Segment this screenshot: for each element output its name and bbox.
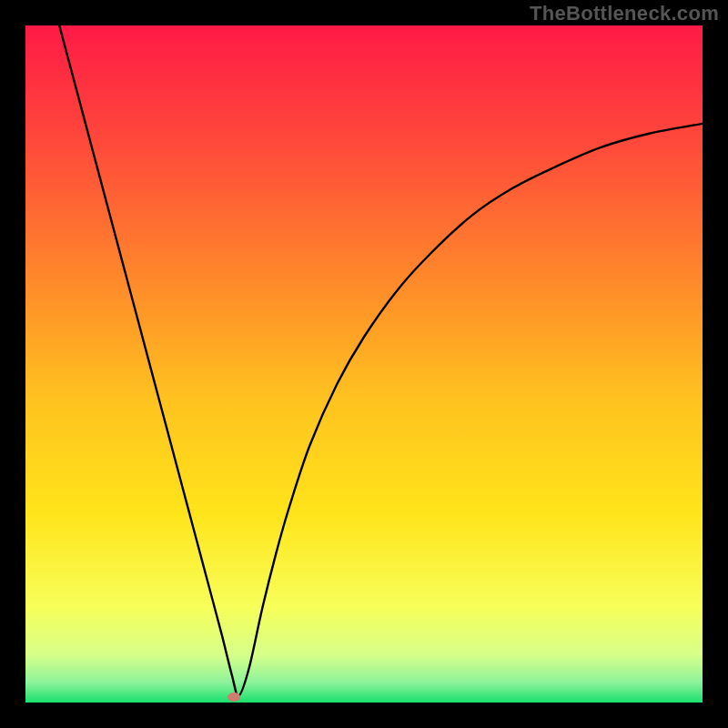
optimal-point-marker <box>228 693 240 702</box>
chart-outer: TheBottleneck.com <box>0 0 728 728</box>
watermark-text: TheBottleneck.com <box>530 2 719 25</box>
gradient-background <box>25 25 703 703</box>
plot-panel <box>25 25 703 703</box>
chart-svg <box>25 25 703 703</box>
